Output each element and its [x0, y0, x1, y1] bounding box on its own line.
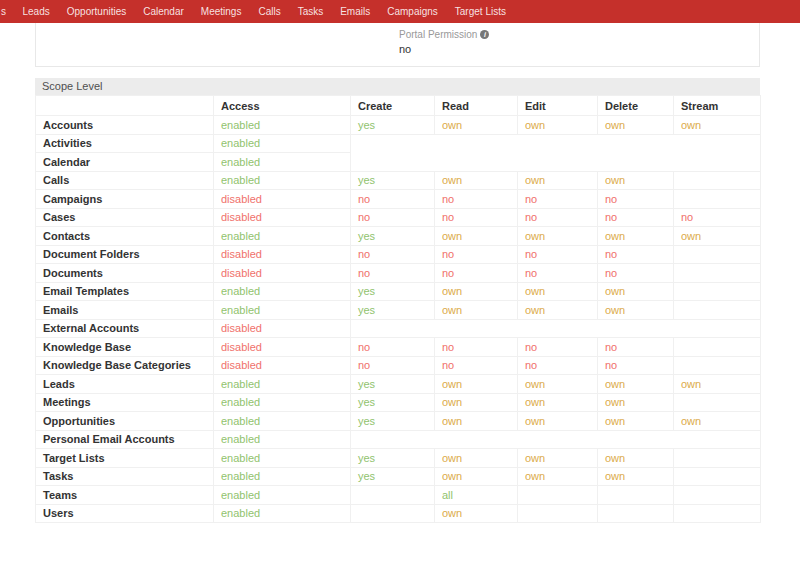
cell-stream	[674, 486, 761, 505]
cell-edit: own	[518, 171, 598, 190]
cell-stream	[674, 171, 761, 190]
portal-permission-value: no	[399, 43, 489, 55]
cell-access: enabled	[214, 486, 351, 505]
column-header-read: Read	[435, 96, 518, 116]
table-header-row: AccessCreateReadEditDeleteStream	[36, 96, 761, 116]
nav-item-opportunities[interactable]: Opportunities	[58, 0, 134, 23]
scope-level-heading: Scope Level	[35, 78, 760, 95]
cell-access: enabled	[214, 153, 351, 172]
cell-create: yes	[351, 467, 435, 486]
nav-item-emails[interactable]: Emails	[332, 0, 379, 23]
cell-scope-name: Leads	[36, 375, 214, 394]
table-row-emails: Emailsenabledyesownownown	[36, 301, 761, 320]
table-row-teams: Teamsenabledall	[36, 486, 761, 505]
page: Portal Permissioni no Scope Level Access…	[0, 0, 800, 583]
cell-access: disabled	[214, 356, 351, 375]
cell-delete	[598, 486, 674, 505]
cell-create: no	[351, 338, 435, 357]
table-row-opportunities: Opportunitiesenabledyesownownownown	[36, 412, 761, 431]
cell-empty-span	[351, 134, 761, 153]
cell-edit: own	[518, 467, 598, 486]
cell-edit: own	[518, 449, 598, 468]
cell-create: yes	[351, 282, 435, 301]
nav-item-partial[interactable]: s	[0, 0, 14, 23]
column-header-access: Access	[214, 96, 351, 116]
column-header-scope	[36, 96, 214, 116]
table-row-documents: Documentsdisablednononono	[36, 264, 761, 283]
table-row-external-accounts: External Accountsdisabled	[36, 319, 761, 338]
cell-stream	[674, 338, 761, 357]
cell-access: disabled	[214, 245, 351, 264]
table-row-target-lists: Target Listsenabledyesownownown	[36, 449, 761, 468]
cell-edit: no	[518, 208, 598, 227]
portal-permission-label: Portal Permission	[399, 29, 477, 40]
cell-access: enabled	[214, 282, 351, 301]
cell-scope-name: Email Templates	[36, 282, 214, 301]
cell-access: enabled	[214, 116, 351, 135]
nav-item-calendar[interactable]: Calendar	[135, 0, 193, 23]
cell-read: no	[435, 338, 518, 357]
scope-permissions-table: AccessCreateReadEditDeleteStream Account…	[35, 95, 761, 523]
cell-stream	[674, 301, 761, 320]
cell-scope-name: Emails	[36, 301, 214, 320]
nav-item-tasks[interactable]: Tasks	[289, 0, 332, 23]
cell-scope-name: Target Lists	[36, 449, 214, 468]
cell-read: own	[435, 171, 518, 190]
cell-stream	[674, 356, 761, 375]
table-row-campaigns: Campaignsdisablednononono	[36, 190, 761, 209]
cell-access: enabled	[214, 449, 351, 468]
cell-scope-name: Documents	[36, 264, 214, 283]
cell-access: enabled	[214, 467, 351, 486]
nav-item-calls[interactable]: Calls	[250, 0, 289, 23]
cell-scope-name: Knowledge Base Categories	[36, 356, 214, 375]
cell-delete: own	[598, 375, 674, 394]
table-row-cases: Casesdisablednonononono	[36, 208, 761, 227]
nav-item-leads[interactable]: Leads	[14, 0, 58, 23]
cell-create	[351, 486, 435, 505]
table-row-calls: Callsenabledyesownownown	[36, 171, 761, 190]
top-navbar: sLeadsOpportunitiesCalendarMeetingsCalls…	[0, 0, 800, 23]
cell-access: enabled	[214, 227, 351, 246]
cell-edit: no	[518, 245, 598, 264]
cell-access: disabled	[214, 264, 351, 283]
cell-access: enabled	[214, 430, 351, 449]
cell-access: enabled	[214, 393, 351, 412]
cell-read: no	[435, 264, 518, 283]
nav-item-meetings[interactable]: Meetings	[192, 0, 250, 23]
cell-scope-name: External Accounts	[36, 319, 214, 338]
cell-delete	[598, 504, 674, 523]
cell-stream	[674, 264, 761, 283]
cell-delete: own	[598, 449, 674, 468]
cell-access: disabled	[214, 319, 351, 338]
cell-scope-name: Accounts	[36, 116, 214, 135]
cell-create: yes	[351, 449, 435, 468]
scope-level-panel: Scope Level AccessCreateReadEditDeleteSt…	[35, 78, 760, 523]
cell-create: no	[351, 208, 435, 227]
cell-delete: no	[598, 338, 674, 357]
column-header-delete: Delete	[598, 96, 674, 116]
nav-item-campaigns[interactable]: Campaigns	[379, 0, 447, 23]
cell-scope-name: Tasks	[36, 467, 214, 486]
table-row-calendar: Calendarenabled	[36, 153, 761, 172]
info-icon[interactable]: i	[480, 30, 489, 39]
table-row-activities: Activitiesenabled	[36, 134, 761, 153]
cell-stream	[674, 504, 761, 523]
cell-access: disabled	[214, 338, 351, 357]
cell-read: no	[435, 208, 518, 227]
cell-edit: own	[518, 393, 598, 412]
cell-access: enabled	[214, 504, 351, 523]
cell-access: disabled	[214, 208, 351, 227]
cell-delete: own	[598, 116, 674, 135]
table-row-knowledge-base-categories: Knowledge Base Categoriesdisablednononon…	[36, 356, 761, 375]
cell-scope-name: Campaigns	[36, 190, 214, 209]
nav-item-target-lists[interactable]: Target Lists	[446, 0, 514, 23]
cell-empty-span	[351, 153, 761, 172]
cell-create: no	[351, 245, 435, 264]
cell-read: no	[435, 245, 518, 264]
cell-create	[351, 504, 435, 523]
cell-delete: no	[598, 356, 674, 375]
cell-access: enabled	[214, 134, 351, 153]
cell-stream: no	[674, 208, 761, 227]
cell-delete: own	[598, 171, 674, 190]
column-header-stream: Stream	[674, 96, 761, 116]
